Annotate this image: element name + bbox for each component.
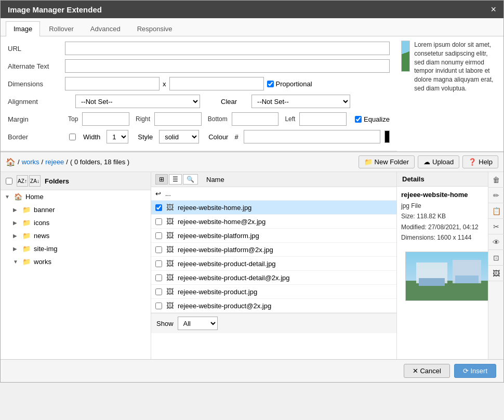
tab-advanced[interactable]: Advanced	[83, 21, 128, 36]
border-width-label: Width	[83, 133, 100, 141]
proportional-label[interactable]: Proportional	[267, 80, 312, 88]
breadcrumb-works[interactable]: works	[22, 158, 39, 166]
border-row: Border Width 12345 Style soliddasheddott…	[8, 130, 390, 143]
dialog-footer: ✕ Cancel ⟳ Insert	[1, 359, 503, 382]
file-item-rejeee-product-detail[interactable]: 🖼 rejeee-website-product-detail.jpg	[151, 257, 396, 271]
upload-button[interactable]: ☁ Upload	[418, 155, 459, 168]
file-checkbox[interactable]	[155, 288, 162, 295]
svg-rect-4	[419, 278, 445, 286]
color-swatch[interactable]	[384, 130, 390, 143]
border-colour-input[interactable]: 000000	[244, 130, 381, 143]
width-input[interactable]: 1600	[65, 77, 160, 90]
folder-icon: 📁	[22, 258, 31, 266]
image-form-section: URL images/works/rejeee/rejeee-website-h…	[1, 36, 503, 151]
folder-home[interactable]: ▼ 🏠 Home	[1, 190, 151, 203]
cancel-button[interactable]: ✕ Cancel	[404, 364, 450, 378]
insert-button[interactable]: ⟳ Insert	[454, 364, 496, 378]
file-item-rejeee-product-2x[interactable]: 🖼 rejeee-website-product@2x.jpg	[151, 299, 396, 313]
folder-news[interactable]: ▶ 📁 news	[1, 229, 151, 242]
image-edit-button[interactable]: 🖼	[488, 266, 504, 281]
grid-view-button[interactable]: ⊞	[155, 174, 168, 185]
file-checkbox[interactable]	[155, 232, 162, 239]
border-width-select[interactable]: 12345	[107, 130, 128, 143]
folder-label: Home	[25, 193, 44, 201]
folder-works[interactable]: ▼ 📁 works	[1, 255, 151, 268]
file-checkbox[interactable]	[155, 218, 162, 225]
file-icon: 🖼	[166, 217, 174, 226]
file-checkbox[interactable]	[155, 274, 162, 281]
file-item-rejeee-platform-2x[interactable]: 🖼 rejeee-website-platform@2x.jpg	[151, 243, 396, 257]
file-item-rejeee-product[interactable]: 🖼 rejeee-website-product.jpg	[151, 285, 396, 299]
margin-top-input[interactable]	[82, 112, 129, 126]
clear-select[interactable]: --Not Set-- Left Right Both	[251, 95, 350, 108]
home-icon[interactable]: 🏠	[6, 158, 16, 167]
file-item-rejeee-product-detail-2x[interactable]: 🖼 rejeee-website-product-detail@2x.jpg	[151, 271, 396, 285]
alignment-label: Alignment	[8, 98, 65, 106]
fm-toolbar: 📁 New Folder ☁ Upload ❓ Help	[359, 155, 498, 168]
file-checkbox[interactable]	[155, 260, 162, 267]
form-fields: URL images/works/rejeee/rejeee-website-h…	[1, 36, 397, 151]
border-label: Border	[8, 133, 65, 141]
folder-icons[interactable]: ▶ 📁 icons	[1, 216, 151, 229]
file-back[interactable]: ↩ ...	[151, 187, 396, 201]
show-select[interactable]: All Images Flash Other	[178, 317, 218, 330]
breadcrumb-rejeee[interactable]: rejeee	[45, 158, 64, 166]
folder-info: ( 0 folders, 18 files )	[70, 158, 129, 166]
proportional-checkbox[interactable]	[267, 81, 274, 87]
right-label: Right	[136, 115, 150, 123]
file-icon: 🖼	[166, 301, 174, 310]
folder-banner[interactable]: ▶ 📁 banner	[1, 203, 151, 216]
border-style-select[interactable]: soliddasheddotteddoublenone	[159, 130, 199, 143]
sort-az-button[interactable]: AZ↑	[17, 175, 28, 187]
alt-input[interactable]: rejeee website home	[65, 59, 390, 73]
file-checkbox[interactable]	[155, 246, 162, 253]
sort-za-button[interactable]: ZA↓	[29, 175, 41, 187]
detail-modified: Modified: 27/08/2021, 04:12	[401, 222, 484, 232]
file-item-rejeee-home-2x[interactable]: 🖼 rejeee-website-home@2x.jpg	[151, 215, 396, 229]
margin-right-input[interactable]	[154, 112, 202, 126]
alignment-group: --Not Set-- Left Right Center	[75, 95, 200, 108]
chevron-right-icon: ▶	[13, 220, 19, 226]
svg-rect-5	[455, 275, 479, 283]
chevron-down-icon: ▼	[13, 259, 19, 265]
url-input[interactable]: images/works/rejeee/rejeee-website-home.…	[65, 42, 390, 55]
search-button[interactable]: 🔍	[183, 174, 198, 185]
detail-type: jpg File	[401, 201, 484, 211]
tab-rollover[interactable]: Rollover	[41, 21, 82, 36]
margin-left-input[interactable]	[299, 112, 347, 126]
file-item-rejeee-platform[interactable]: 🖼 rejeee-website-platform.jpg	[151, 229, 396, 243]
file-icon: 🖼	[166, 259, 174, 268]
alignment-select[interactable]: --Not Set-- Left Right Center	[75, 95, 200, 108]
close-button[interactable]: ×	[490, 5, 496, 14]
equalize-checkbox[interactable]	[355, 116, 362, 123]
copy-button[interactable]: 📋	[488, 203, 504, 219]
tab-image[interactable]: Image	[6, 21, 40, 36]
tab-responsive[interactable]: Responsive	[129, 21, 180, 36]
margin-bottom-input[interactable]	[232, 112, 279, 126]
file-name: rejeee-website-product-detail@2x.jpg	[178, 274, 290, 282]
new-folder-button[interactable]: 📁 New Folder	[359, 155, 415, 168]
view-button[interactable]: 👁	[488, 234, 504, 250]
crop-button[interactable]: ⊡	[488, 250, 504, 266]
height-input[interactable]: 1144	[169, 77, 264, 90]
delete-button[interactable]: 🗑	[488, 172, 504, 188]
file-checkbox[interactable]	[155, 303, 162, 309]
margin-row: Margin Top Right Bottom Left Equalize	[8, 112, 390, 126]
folder-site-img[interactable]: ▶ 📁 site-img	[1, 242, 151, 255]
equalize-label: Equalize	[364, 115, 390, 123]
edit-button[interactable]: ✏	[488, 188, 504, 203]
chevron-right-icon: ▶	[13, 207, 19, 213]
url-label: URL	[8, 45, 65, 52]
file-item-rejeee-home[interactable]: 🖼 rejeee-website-home.jpg	[151, 201, 396, 215]
help-button[interactable]: ❓ Help	[462, 155, 498, 168]
folders-panel: AZ↑ ZA↓ Folders ▼ 🏠 Home ▶ 📁 banner	[1, 172, 151, 359]
upload-icon: ☁	[423, 158, 430, 166]
list-view-button[interactable]: ☰	[169, 174, 182, 185]
file-name: rejeee-website-home@2x.jpg	[178, 218, 266, 226]
select-all-checkbox[interactable]	[6, 178, 12, 185]
folder-icon: 📁	[22, 219, 31, 227]
file-checkbox[interactable]	[155, 204, 162, 211]
cut-button[interactable]: ✂	[488, 219, 504, 234]
folder-icon: 📁	[22, 245, 31, 253]
border-checkbox[interactable]	[69, 134, 76, 140]
